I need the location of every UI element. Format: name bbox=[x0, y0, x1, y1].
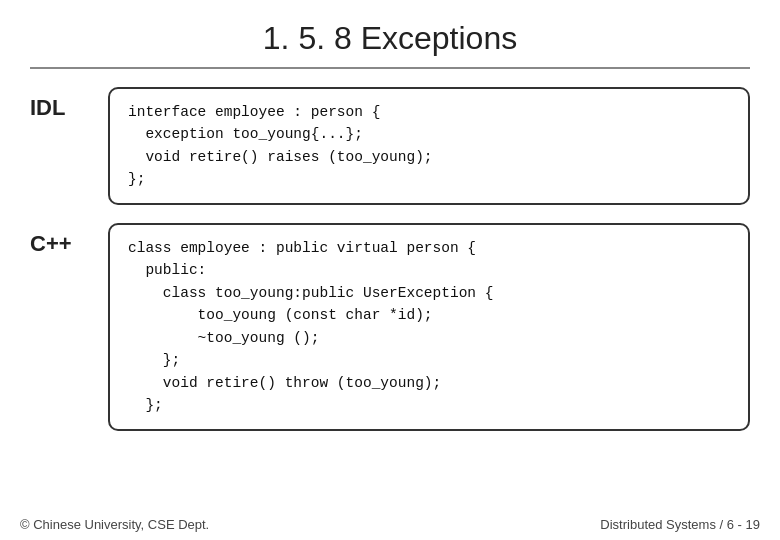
idl-code-box: interface employee : person { exception … bbox=[108, 87, 750, 205]
footer: © Chinese University, CSE Dept. Distribu… bbox=[0, 517, 780, 532]
cpp-label: C++ bbox=[30, 223, 90, 257]
footer-right: Distributed Systems / 6 - 19 bbox=[600, 517, 760, 532]
idl-code: interface employee : person { exception … bbox=[128, 101, 730, 191]
cpp-code-box: class employee : public virtual person {… bbox=[108, 223, 750, 431]
cpp-code: class employee : public virtual person {… bbox=[128, 237, 730, 417]
cpp-section: C++ class employee : public virtual pers… bbox=[30, 223, 750, 431]
idl-section: IDL interface employee : person { except… bbox=[30, 87, 750, 205]
content-area: IDL interface employee : person { except… bbox=[0, 87, 780, 431]
idl-label: IDL bbox=[30, 87, 90, 121]
title-divider bbox=[30, 67, 750, 69]
page-title: 1. 5. 8 Exceptions bbox=[0, 0, 780, 67]
footer-left: © Chinese University, CSE Dept. bbox=[20, 517, 209, 532]
